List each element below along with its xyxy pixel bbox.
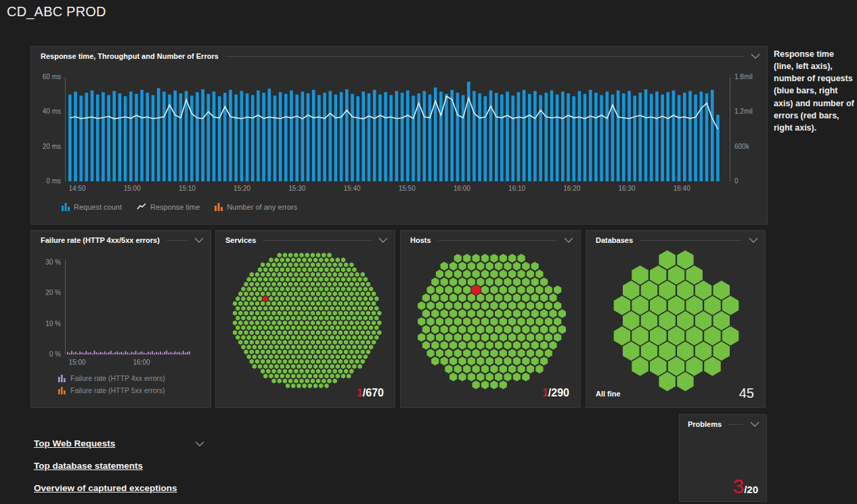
problems-tile[interactable]: Problems 3 /20 (679, 414, 767, 502)
host-hex (500, 270, 507, 279)
legend-5xx[interactable]: Failure rate (HTTP 5xx errors) (58, 386, 165, 394)
service-hex (372, 292, 376, 296)
service-hex (316, 272, 320, 277)
host-hex (500, 349, 507, 358)
database-hex (686, 357, 703, 375)
service-hex (303, 296, 307, 301)
service-hex (296, 354, 301, 359)
service-hex (255, 321, 259, 325)
request-count-bar (688, 91, 692, 182)
throughput-chart-plot[interactable] (65, 77, 730, 181)
failure-5xx-bar (82, 354, 83, 354)
hosts-honeycomb[interactable] (401, 231, 580, 407)
service-hex (366, 301, 370, 306)
service-hex (305, 253, 309, 258)
service-hex (322, 350, 326, 354)
failure-4xx-bar (166, 350, 167, 354)
link-top-web-requests[interactable]: Top Web Requests (34, 438, 115, 449)
host-hex (477, 373, 484, 382)
service-hex (288, 340, 292, 344)
request-count-bar (323, 93, 326, 181)
host-hex (549, 294, 556, 302)
request-count-bar (666, 92, 669, 181)
services-honeycomb[interactable] (216, 231, 395, 407)
legend-4xx[interactable]: Failure rate (HTTP 4xx errors) (58, 374, 165, 382)
service-hex (261, 369, 265, 373)
service-hex (311, 350, 315, 354)
databases-tile[interactable]: Databases All fine 45 (586, 230, 766, 408)
hosts-bad-count: 1 (542, 387, 548, 398)
chart-annotation: Response time (line, left axis), number … (774, 48, 855, 134)
service-hex (347, 316, 351, 321)
service-hex (275, 267, 279, 272)
database-hex (659, 281, 676, 300)
request-count-bar (589, 90, 592, 181)
host-hex (486, 309, 493, 318)
chevron-down-icon[interactable] (750, 421, 760, 427)
service-hex (305, 262, 309, 267)
chevron-down-icon[interactable] (194, 237, 204, 243)
chevron-down-icon[interactable] (195, 441, 204, 446)
host-hex (545, 333, 552, 342)
host-hex (508, 333, 516, 342)
legend-response-time[interactable]: Response time (137, 203, 200, 211)
service-hex (278, 301, 282, 306)
service-hex (294, 340, 298, 344)
services-tile[interactable]: Services 1/670 (215, 230, 395, 408)
host-hex (540, 277, 548, 286)
link-top-database-statements[interactable]: Top database statements (34, 461, 143, 471)
service-hex (271, 330, 276, 335)
service-hex (299, 262, 303, 267)
service-hex (261, 262, 265, 267)
service-hex (341, 267, 345, 272)
failure-4xx-bar (92, 353, 93, 354)
bars-icon (58, 386, 66, 394)
service-hex (338, 292, 343, 296)
service-hex (316, 262, 320, 267)
service-hex (269, 373, 273, 378)
link-overview-captured-exceptions[interactable]: Overview of captured exceptions (34, 483, 177, 493)
service-hex (271, 369, 276, 373)
legend-number-of-errors[interactable]: Number of any errors (215, 202, 297, 211)
service-hex (283, 350, 287, 354)
service-hex (255, 292, 259, 296)
service-hex (319, 316, 323, 321)
chevron-down-icon[interactable] (751, 53, 760, 59)
service-hex (352, 364, 356, 369)
host-hex (504, 309, 511, 318)
host-hex (473, 254, 480, 262)
service-hex (299, 369, 303, 373)
service-hex (258, 325, 262, 330)
service-hex (286, 267, 290, 272)
databases-honeycomb[interactable] (586, 231, 765, 407)
service-hex (327, 340, 331, 344)
hosts-tile[interactable]: Hosts 1/290 (400, 230, 581, 408)
service-hex (280, 325, 284, 330)
service-hex (291, 384, 295, 388)
host-hex (522, 373, 529, 382)
request-count-bar (257, 91, 260, 181)
failure-rate-plot[interactable] (65, 260, 194, 354)
host-hex (486, 294, 493, 302)
request-count-bar (661, 95, 664, 181)
legend-request-count[interactable]: Request count (62, 202, 122, 211)
host-hex (449, 262, 457, 271)
service-hex (313, 277, 317, 281)
failure-5xx-bar (133, 354, 134, 354)
host-hex (513, 341, 521, 350)
service-hex (286, 325, 290, 330)
service-hex (266, 350, 270, 354)
failure-4xx-bar (73, 352, 74, 354)
host-hex (540, 309, 548, 318)
host-hex (445, 333, 452, 342)
service-hex (255, 359, 259, 364)
failure-4xx-bar (116, 352, 118, 355)
service-hex (327, 281, 331, 286)
host-hex (486, 357, 493, 365)
failure-4xx-bar (181, 353, 182, 354)
service-hex (283, 311, 287, 315)
database-hex (704, 326, 721, 345)
service-hex (250, 359, 254, 364)
service-hex (283, 281, 287, 286)
service-hex (366, 321, 370, 325)
